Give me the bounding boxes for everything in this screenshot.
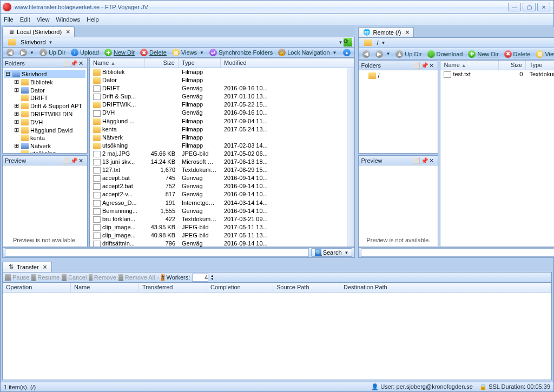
local-search-input[interactable] bbox=[5, 248, 309, 257]
remote-file-header[interactable]: Name ▲ Size Type Modified bbox=[440, 61, 554, 70]
updir-button[interactable]: ▲Up Dir bbox=[393, 50, 424, 58]
tree-item[interactable]: ⊞Hägglund David bbox=[4, 126, 85, 134]
scrollbar[interactable] bbox=[347, 68, 354, 247]
file-row[interactable]: 127.txt1,670Textdokument2017-08-29 15... bbox=[90, 166, 347, 174]
tree-item[interactable]: ⊟Skrivbord bbox=[4, 70, 85, 78]
local-tab[interactable]: 🖥 Local (Skrivbord) × bbox=[2, 26, 75, 37]
remote-tab[interactable]: 🌐 Remote (/) × bbox=[358, 27, 414, 37]
pin2-icon[interactable]: 📌 bbox=[70, 60, 77, 67]
transfer-tab[interactable]: ⇅ Transfer × bbox=[2, 262, 52, 272]
workers-input[interactable] bbox=[192, 274, 208, 282]
tree-item[interactable]: ⊞DRIFTWIKI DIN bbox=[4, 110, 85, 118]
file-row[interactable]: accept.bat745Genväg2016-09-14 10... bbox=[90, 174, 347, 182]
file-row[interactable]: driftsättnin...796Genväg2016-09-14 10... bbox=[90, 240, 347, 247]
file-row[interactable]: 13 juni skv...14.24 KBMicrosoft Word...2… bbox=[90, 158, 347, 166]
file-row[interactable]: Bemanning...1,555Genväg2016-09-14 10... bbox=[90, 207, 347, 215]
refresh-icon[interactable]: ⟳ bbox=[344, 38, 352, 46]
remove-button[interactable]: −Remove bbox=[89, 274, 116, 281]
tree-item[interactable]: ⊞Drift & Support APT bbox=[4, 102, 85, 110]
tree-item[interactable]: ⊞DVH bbox=[4, 118, 85, 126]
tree-item[interactable]: DRIFT bbox=[4, 94, 85, 102]
pin-icon[interactable]: ⬜ bbox=[62, 157, 69, 164]
menu-file[interactable]: File bbox=[4, 16, 14, 23]
pause-button[interactable]: ⏸Pause bbox=[5, 274, 29, 281]
file-row[interactable]: test.txt0Textdokument2017-09-04 12... bbox=[440, 70, 554, 78]
pin-icon[interactable]: ⬜ bbox=[413, 157, 419, 164]
download-button[interactable]: ↓Download bbox=[425, 50, 465, 58]
file-row[interactable]: DRIFTWIK...Filmapp2017-05-22 15... bbox=[90, 101, 347, 109]
file-row[interactable]: Agresso_D...191Internetgenväg2014-03-14 … bbox=[90, 199, 347, 207]
menu-help[interactable]: Help bbox=[87, 16, 99, 23]
file-row[interactable]: DVHGenväg2016-09-16 10... bbox=[90, 109, 347, 117]
file-row[interactable]: Hägglund ...Filmapp2017-09-04 11... bbox=[90, 117, 347, 125]
removeall-button[interactable]: ⊖Remove All bbox=[118, 274, 155, 281]
file-row[interactable]: accept2.bat752Genväg2016-09-14 10... bbox=[90, 182, 347, 190]
close-button[interactable]: ✕ bbox=[537, 3, 550, 11]
forward-button[interactable]: ▶▼ bbox=[17, 48, 36, 57]
remote-breadcrumb-root[interactable]: / ▼ bbox=[361, 39, 388, 46]
file-row[interactable]: NätverkFilmapp bbox=[90, 134, 347, 142]
transfer-tab-close-icon[interactable]: × bbox=[43, 263, 47, 271]
overflow-icon[interactable]: ▸ bbox=[341, 48, 353, 57]
updir-button[interactable]: ▲Up Dir bbox=[37, 48, 68, 57]
remote-folder-tree[interactable]: / bbox=[359, 70, 438, 153]
file-row[interactable]: DatorFilmapp bbox=[90, 76, 347, 84]
newdir-button[interactable]: ✚New Dir bbox=[102, 48, 137, 57]
menu-view[interactable]: View bbox=[37, 16, 50, 23]
back-button[interactable]: ◀ bbox=[360, 50, 372, 58]
local-folder-tree[interactable]: ⊟Skrivbord⊞Bibliotek⊞DatorDRIFT⊞Drift & … bbox=[3, 68, 87, 153]
pin2-icon[interactable]: 📌 bbox=[70, 157, 77, 164]
tree-item[interactable]: ⊞Bibliotek bbox=[4, 78, 85, 86]
tree-item[interactable]: kenta bbox=[4, 134, 85, 142]
panel-close-icon[interactable]: ✕ bbox=[429, 62, 436, 69]
tree-item[interactable]: ⊞Dator bbox=[4, 86, 85, 94]
maximize-button[interactable]: ▢ bbox=[523, 3, 536, 11]
local-folders-header: Folders ⬜ 📌 ✕ bbox=[3, 58, 87, 68]
pin-icon[interactable]: ⬜ bbox=[413, 62, 419, 69]
views-button[interactable]: ▦Views▼ bbox=[170, 48, 206, 57]
newdir-button[interactable]: ✚New Dir bbox=[466, 50, 500, 58]
resume-button[interactable]: ▶Resume bbox=[31, 274, 60, 281]
pin2-icon[interactable]: 📌 bbox=[421, 157, 427, 164]
views-button[interactable]: ▦Views▼ bbox=[533, 50, 554, 58]
file-row[interactable]: utsökningFilmapp2017-02-03 14... bbox=[90, 142, 347, 150]
back-button[interactable]: ◀ bbox=[4, 48, 16, 57]
sync-button[interactable]: ⇄Synchronize Folders bbox=[207, 48, 275, 57]
file-row[interactable]: clip_image...40.98 KBJPEG-bild2017-05-11… bbox=[90, 231, 347, 240]
file-row[interactable]: bru förklari...422Textdokument2017-03-21… bbox=[90, 215, 347, 223]
file-row[interactable]: accept2-v...817Genväg2016-09-14 10... bbox=[90, 190, 347, 198]
pin2-icon[interactable]: 📌 bbox=[421, 62, 427, 69]
remote-search-input[interactable] bbox=[361, 248, 554, 257]
menu-edit[interactable]: Edit bbox=[20, 16, 30, 23]
tree-item[interactable]: ⊞Nätverk bbox=[4, 142, 85, 150]
local-file-header[interactable]: Name ▲ Size Type Modified bbox=[90, 58, 354, 68]
file-row[interactable]: clip_image...43.95 KBJPEG-bild2017-05-11… bbox=[90, 223, 347, 231]
menu-windows[interactable]: Windows bbox=[56, 16, 80, 23]
file-row[interactable]: DRIFTGenväg2016-09-16 10... bbox=[90, 84, 347, 92]
remote-tab-close-icon[interactable]: × bbox=[405, 29, 409, 36]
file-row[interactable]: 2 maj.JPG45.66 KBJPEG-bild2017-05-02 06.… bbox=[90, 150, 347, 158]
panel-close-icon[interactable]: ✕ bbox=[78, 60, 85, 67]
transfer-header[interactable]: Operation Name Transferred Completion So… bbox=[3, 283, 551, 293]
local-breadcrumb-drive[interactable]: Skrivbord ▼ bbox=[5, 38, 56, 46]
local-tab-close-icon[interactable]: × bbox=[66, 28, 70, 36]
panel-close-icon[interactable]: ✕ bbox=[429, 157, 436, 164]
file-row[interactable]: kentaFilmapp2017-05-24 13... bbox=[90, 125, 347, 134]
local-search-button[interactable]: 🔍Search▼ bbox=[311, 248, 353, 257]
file-row[interactable]: Drift & Sup...Genväg2017-01-10 13... bbox=[90, 92, 347, 101]
minimize-button[interactable]: — bbox=[508, 3, 521, 11]
lock-button[interactable]: 🔒Lock Navigation▼ bbox=[276, 48, 339, 57]
forward-button[interactable]: ▶▼ bbox=[373, 50, 392, 58]
panel-close-icon[interactable]: ✕ bbox=[78, 157, 85, 164]
workers-stepper[interactable]: ▲▼ bbox=[210, 274, 214, 281]
upload-button[interactable]: ↑Upload bbox=[69, 48, 101, 57]
file-row[interactable]: BibliotekFilmapp bbox=[90, 68, 347, 76]
statusbar: 1 item(s). (/) 👤 User: per.sjoberg@krono… bbox=[0, 382, 554, 392]
tree-item[interactable]: utsökning bbox=[4, 150, 85, 153]
tree-item[interactable]: / bbox=[360, 72, 436, 79]
delete-button[interactable]: ✖Delete bbox=[138, 48, 169, 57]
pin-icon[interactable]: ⬜ bbox=[62, 60, 69, 67]
delete-button[interactable]: ✖Delete bbox=[502, 50, 533, 58]
local-breadcrumb-dropdown-icon[interactable]: ▼ bbox=[339, 40, 343, 45]
cancel-button[interactable]: ✖Cancel bbox=[62, 274, 87, 281]
